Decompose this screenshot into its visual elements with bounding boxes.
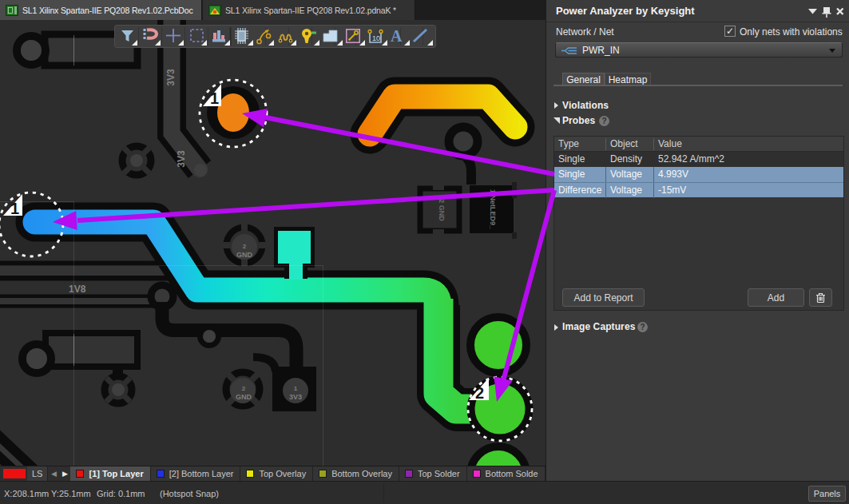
svg-text:1 NetLED9_: 1 NetLED9_ — [489, 189, 497, 230]
svg-text:1V8: 1V8 — [69, 284, 86, 295]
svg-text:2 GND: 2 GND — [438, 199, 446, 221]
svg-text:2: 2 — [243, 243, 247, 250]
svg-text:2: 2 — [475, 384, 484, 402]
svg-text:1: 1 — [210, 89, 219, 107]
svg-text:3V3: 3V3 — [289, 393, 302, 401]
svg-text:A: A — [391, 27, 403, 45]
svg-text:GND: GND — [236, 251, 253, 259]
svg-text:GND: GND — [236, 393, 252, 401]
svg-text:2: 2 — [242, 385, 246, 392]
svg-text:3V3: 3V3 — [176, 150, 187, 168]
svg-text:3V3: 3V3 — [165, 69, 177, 86]
svg-text:10: 10 — [372, 34, 380, 42]
svg-text:1: 1 — [294, 385, 298, 392]
svg-text:1: 1 — [10, 200, 19, 217]
